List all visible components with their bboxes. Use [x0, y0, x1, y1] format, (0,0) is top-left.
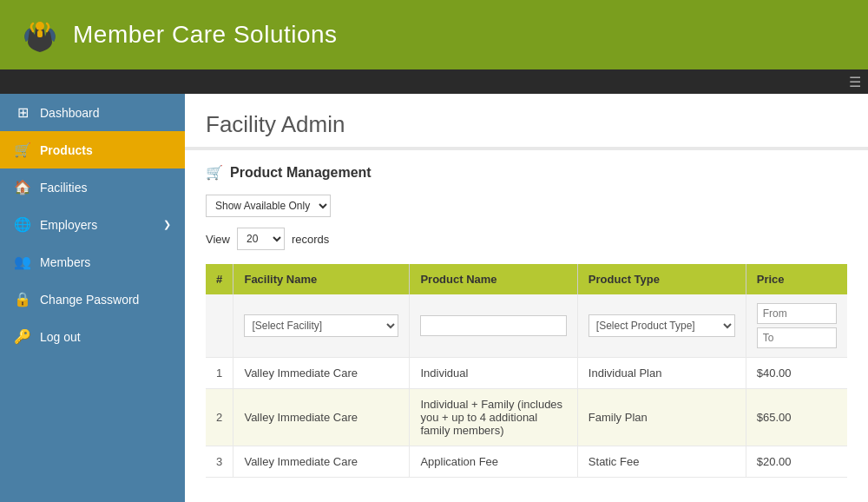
row-3-price: $20.00 [746, 446, 847, 478]
sidebar-item-logout[interactable]: 🔑 Log out [0, 318, 185, 355]
col-header-facility: Facility Name [233, 264, 410, 294]
facility-filter-wrap: [Select Facility] [244, 314, 398, 337]
facility-filter-select[interactable]: [Select Facility] [244, 314, 398, 337]
filter-product-cell [410, 294, 577, 358]
col-header-price: Price [746, 264, 847, 294]
page-title: Facility Admin [185, 94, 868, 147]
app-header: Member Care Solutions [0, 0, 868, 69]
facilities-icon: 🏠 [14, 179, 31, 195]
type-filter-select[interactable]: [Select Product Type] [589, 314, 735, 337]
main-layout: ⊞ Dashboard 🛒 Products 🏠 Facilities 🌐 Em… [0, 94, 868, 502]
sidebar-item-products[interactable]: 🛒 Products [0, 131, 185, 168]
table-row: 1 Valley Immediate Care Individual Indiv… [206, 358, 847, 389]
subheader-bar: ☰ [0, 69, 868, 94]
table-filter-row: [Select Facility] [Select Product Type] [206, 294, 847, 358]
table-row: 3 Valley Immediate Care Application Fee … [206, 446, 847, 478]
sidebar-label-products: Products [40, 143, 93, 157]
row-3-facility: Valley Immediate Care [233, 446, 410, 478]
employers-icon: 🌐 [14, 216, 31, 233]
view-label: View [206, 233, 230, 246]
row-3-num: 3 [206, 446, 233, 478]
show-available-select[interactable]: Show Available Only Show All [206, 195, 331, 217]
products-table: # Facility Name Product Name Product Typ… [206, 264, 847, 478]
row-1-type: Individual Plan [577, 358, 746, 389]
table-header-row: # Facility Name Product Name Product Typ… [206, 264, 847, 294]
filter-type-cell: [Select Product Type] [577, 294, 746, 358]
col-header-type: Product Type [577, 264, 746, 294]
type-filter-wrap: [Select Product Type] [589, 314, 735, 337]
product-management-section: 🛒 Product Management Show Available Only… [185, 164, 868, 478]
sidebar: ⊞ Dashboard 🛒 Products 🏠 Facilities 🌐 Em… [0, 94, 185, 502]
row-2-num: 2 [206, 389, 233, 446]
records-label: records [292, 233, 329, 246]
price-filter-wrap [757, 303, 837, 348]
divider [185, 147, 868, 150]
row-2-price: $65.00 [746, 389, 847, 446]
table-row: 2 Valley Immediate Care Individual + Fam… [206, 389, 847, 446]
svg-point-1 [36, 22, 44, 30]
sidebar-label-change-password: Change Password [40, 293, 139, 307]
section-heading: 🛒 Product Management [206, 164, 847, 181]
content-area: Facility Admin 🛒 Product Management Show… [185, 94, 868, 502]
row-2-facility: Valley Immediate Care [233, 389, 410, 446]
employers-arrow-icon: ❯ [163, 219, 171, 230]
view-row: View 10 20 50 100 records [206, 228, 847, 250]
row-2-type: Family Plan [577, 389, 746, 446]
filter-num-cell [206, 294, 233, 358]
sidebar-item-members[interactable]: 👥 Members [0, 243, 185, 281]
row-3-product: Application Fee [410, 446, 577, 478]
filter-price-cell [746, 294, 847, 358]
hamburger-icon[interactable]: ☰ [849, 74, 861, 90]
logo-icon [17, 12, 62, 57]
products-icon: 🛒 [14, 142, 31, 158]
row-1-price: $40.00 [746, 358, 847, 389]
sidebar-item-employers[interactable]: 🌐 Employers ❯ [0, 206, 185, 243]
section-heading-text: Product Management [230, 165, 372, 181]
app-title: Member Care Solutions [73, 21, 338, 49]
col-header-product: Product Name [410, 264, 577, 294]
col-header-num: # [206, 264, 233, 294]
filter-controls-row: Show Available Only Show All [206, 195, 847, 217]
logout-icon: 🔑 [14, 328, 31, 345]
change-password-icon: 🔒 [14, 291, 31, 307]
dashboard-icon: ⊞ [14, 104, 31, 121]
members-icon: 👥 [14, 254, 31, 270]
row-1-num: 1 [206, 358, 233, 389]
product-name-filter-input[interactable] [420, 315, 566, 336]
sidebar-item-facilities[interactable]: 🏠 Facilities [0, 168, 185, 206]
view-count-select[interactable]: 10 20 50 100 [237, 228, 285, 250]
sidebar-item-change-password[interactable]: 🔒 Change Password [0, 281, 185, 318]
filter-facility-cell: [Select Facility] [233, 294, 410, 358]
row-2-product: Individual + Family (includes you + up t… [410, 389, 577, 446]
sidebar-label-facilities: Facilities [40, 181, 87, 195]
price-from-input[interactable] [757, 303, 837, 324]
sidebar-item-dashboard[interactable]: ⊞ Dashboard [0, 94, 185, 131]
row-1-product: Individual [410, 358, 577, 389]
row-1-facility: Valley Immediate Care [233, 358, 410, 389]
sidebar-label-dashboard: Dashboard [40, 106, 100, 120]
price-to-input[interactable] [757, 327, 837, 348]
logo: Member Care Solutions [17, 12, 338, 57]
row-3-type: Static Fee [577, 446, 746, 478]
svg-rect-2 [37, 30, 43, 37]
sidebar-label-members: Members [40, 255, 90, 269]
sidebar-label-employers: Employers [40, 218, 97, 232]
section-heading-icon: 🛒 [206, 164, 223, 181]
sidebar-label-logout: Log out [40, 330, 81, 344]
